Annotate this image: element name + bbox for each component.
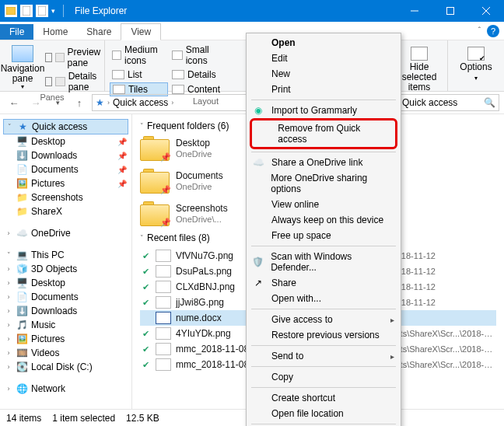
- nav-pictures[interactable]: 🖼️Pictures📌: [3, 176, 128, 190]
- layout-details[interactable]: Details: [170, 68, 228, 81]
- grammarly-icon: ◉: [251, 105, 265, 116]
- tab-view[interactable]: View: [121, 23, 161, 40]
- nav-downloads[interactable]: ⬇️Downloads📌: [3, 148, 128, 162]
- ctx-print[interactable]: Print: [247, 82, 401, 97]
- pin-icon: 📌: [160, 218, 171, 228]
- help-icon[interactable]: ?: [487, 25, 499, 37]
- ctx-edit[interactable]: Edit: [247, 51, 401, 66]
- network-icon: 🌐: [16, 383, 28, 394]
- layout-medium-icons[interactable]: Medium icons: [110, 44, 168, 67]
- tab-share[interactable]: Share: [77, 24, 121, 40]
- nav-desktop2[interactable]: ›🖥️Desktop: [3, 276, 128, 290]
- star-icon: ★: [16, 121, 29, 132]
- nav-downloads2[interactable]: ›⬇️Downloads: [3, 304, 128, 318]
- pictures-icon: 🖼️: [16, 178, 28, 189]
- file-thumb-icon: [156, 296, 171, 309]
- nav-quick-access[interactable]: ˅★Quick access: [3, 119, 128, 134]
- close-button[interactable]: [468, 0, 504, 22]
- file-thumb-icon: [156, 327, 171, 340]
- share-icon: ↗: [251, 278, 265, 288]
- frequent-folders-heading[interactable]: Frequent folders (6): [147, 120, 229, 131]
- ctx-grammarly[interactable]: ◉Import to Grammarly: [247, 103, 401, 118]
- tab-home[interactable]: Home: [33, 24, 77, 40]
- forward-button[interactable]: →: [26, 93, 45, 112]
- nav-desktop[interactable]: 🖥️Desktop📌: [3, 134, 128, 148]
- ctx-view-online[interactable]: View online: [247, 197, 401, 212]
- nav-network[interactable]: ›🌐Network: [3, 382, 128, 396]
- ctx-onedrive-share[interactable]: ☁️Share a OneDrive link: [247, 155, 401, 170]
- file-thumb-icon: [156, 250, 171, 262]
- ctx-always-keep[interactable]: Always keep on this device: [247, 212, 401, 228]
- nav-music[interactable]: ›🎵Music: [3, 318, 128, 332]
- window-title: File Explorer: [75, 5, 397, 16]
- nav-onedrive[interactable]: ›☁️OneDrive: [3, 226, 128, 240]
- up-button[interactable]: ↑: [70, 93, 89, 112]
- downloads-icon: ⬇️: [16, 150, 28, 161]
- 3d-icon: 🧊: [16, 264, 28, 274]
- search-input[interactable]: Quick access 🔍: [398, 94, 499, 111]
- svg-rect-1: [23, 6, 30, 16]
- ctx-open-location[interactable]: Open file location: [247, 406, 401, 421]
- ctx-new[interactable]: New: [247, 66, 401, 82]
- breadcrumb-segment[interactable]: Quick access: [113, 97, 168, 108]
- videos-icon: 🎞️: [16, 347, 28, 358]
- ctx-open[interactable]: Open: [247, 35, 401, 51]
- chevron-down-icon[interactable]: ˅: [140, 234, 144, 242]
- nav-cdrive[interactable]: ›💽Local Disk (C:): [3, 360, 128, 374]
- search-placeholder: Quick access: [402, 97, 457, 108]
- ctx-restore[interactable]: Restore previous versions: [247, 327, 401, 343]
- preview-pane-toggle[interactable]: Preview pane: [45, 47, 107, 68]
- documents-icon: 📄: [16, 292, 28, 302]
- options-button[interactable]: ✔ Options▾: [453, 44, 499, 82]
- nav-sharex[interactable]: 📁ShareX: [3, 204, 128, 218]
- hide-selected-button[interactable]: Hide selecteditems: [396, 44, 443, 93]
- ctx-onedrive-more[interactable]: More OneDrive sharing options: [247, 170, 401, 197]
- folder-icon: 📁: [16, 206, 28, 217]
- maximize-button[interactable]: [432, 0, 468, 22]
- back-button[interactable]: ←: [5, 93, 23, 112]
- layout-small-icons[interactable]: Small icons: [170, 44, 228, 67]
- nav-documents[interactable]: 📄Documents📌: [3, 162, 128, 176]
- qat-props-icon[interactable]: [36, 5, 48, 17]
- status-count: 14 items: [6, 413, 41, 424]
- svg-rect-4: [447, 8, 454, 15]
- titlebar[interactable]: ▾ File Explorer: [0, 0, 504, 22]
- sync-status-icon: ✔: [140, 344, 151, 354]
- nav-pictures2[interactable]: ›🖼️Pictures: [3, 332, 128, 346]
- nav-3d-objects[interactable]: ›🧊3D Objects: [3, 262, 128, 276]
- file-thumb-icon: [156, 358, 171, 371]
- pin-icon: 📌: [160, 185, 171, 195]
- desktop-icon: 🖥️: [16, 278, 28, 288]
- navigation-pane-button[interactable]: Navigation pane ▾: [5, 44, 40, 93]
- collapse-ribbon-icon[interactable]: ˆ: [478, 26, 481, 35]
- recent-files-heading[interactable]: Recent files (8): [147, 232, 210, 243]
- details-pane-toggle[interactable]: Details pane: [45, 71, 107, 93]
- sync-status-icon: ✔: [140, 282, 151, 292]
- history-dropdown[interactable]: ▾: [48, 93, 67, 112]
- ctx-share[interactable]: ↗Share: [247, 275, 401, 291]
- context-menu[interactable]: Open Edit New Print ◉Import to Grammarly…: [246, 33, 401, 426]
- ctx-open-with[interactable]: Open with...: [247, 291, 401, 306]
- ctx-copy[interactable]: Copy: [247, 369, 401, 385]
- nav-this-pc[interactable]: ˅💻This PC: [3, 248, 128, 262]
- ctx-free-up[interactable]: Free up space: [247, 228, 401, 243]
- nav-screenshots[interactable]: 📁Screenshots: [3, 190, 128, 204]
- svg-rect-2: [38, 6, 46, 16]
- ctx-remove-quick-access[interactable]: Remove from Quick access: [254, 120, 394, 147]
- ctx-create-shortcut[interactable]: Create shortcut: [247, 390, 401, 406]
- ctx-defender[interactable]: 🛡️Scan with Windows Defender...: [247, 249, 401, 275]
- tab-file[interactable]: File: [0, 24, 33, 40]
- minimize-button[interactable]: [397, 0, 432, 22]
- nav-documents2[interactable]: ›📄Documents: [3, 290, 128, 304]
- sync-status-icon: ✔: [140, 298, 151, 308]
- chevron-down-icon[interactable]: ˅: [140, 122, 144, 130]
- nav-videos[interactable]: ›🎞️Videos: [3, 346, 128, 360]
- file-thumb-icon: [156, 281, 171, 293]
- navigation-pane-icon: [12, 45, 33, 62]
- layout-list[interactable]: List: [110, 68, 168, 81]
- qat-doc-icon[interactable]: [20, 5, 33, 17]
- nav-tree[interactable]: ˅★Quick access 🖥️Desktop📌 ⬇️Downloads📌 📄…: [0, 114, 132, 409]
- ctx-give-access[interactable]: Give access to▸: [247, 312, 401, 327]
- qat: ▾: [0, 5, 68, 17]
- ctx-send-to[interactable]: Send to▸: [247, 348, 401, 364]
